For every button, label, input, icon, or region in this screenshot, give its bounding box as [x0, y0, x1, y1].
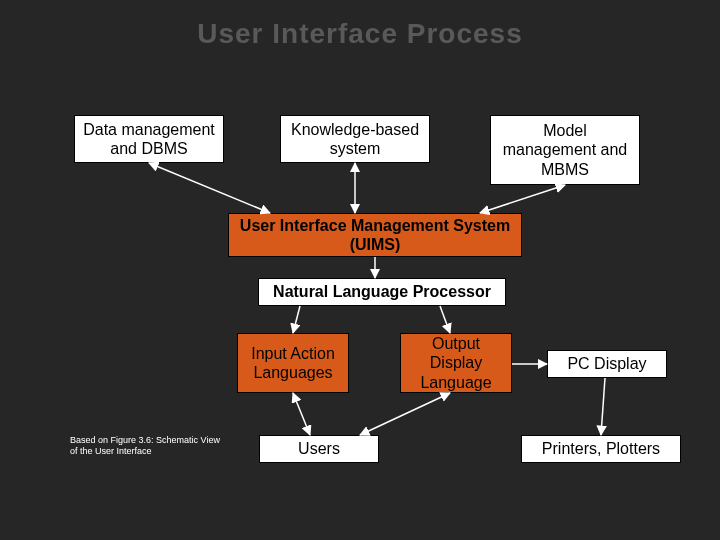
- svg-line-5: [440, 306, 450, 333]
- box-output-lang: Output Display Language: [400, 333, 512, 393]
- svg-line-2: [480, 185, 565, 213]
- box-input-lang: Input Action Languages: [237, 333, 349, 393]
- box-model-mgmt: Model management and MBMS: [490, 115, 640, 185]
- svg-line-8: [360, 393, 450, 435]
- svg-line-0: [149, 163, 270, 213]
- box-printers: Printers, Plotters: [521, 435, 681, 463]
- svg-line-9: [601, 378, 605, 435]
- box-users: Users: [259, 435, 379, 463]
- box-kbs: Knowledge-based system: [280, 115, 430, 163]
- box-data-mgmt: Data management and DBMS: [74, 115, 224, 163]
- figure-caption: Based on Figure 3.6: Schematic View of t…: [70, 435, 220, 457]
- box-uims: User Interface Management System (UIMS): [228, 213, 522, 257]
- slide-title: User Interface Process: [0, 0, 720, 50]
- box-pc-display: PC Display: [547, 350, 667, 378]
- svg-line-7: [293, 393, 310, 435]
- svg-line-4: [293, 306, 300, 333]
- box-nlp: Natural Language Processor: [258, 278, 506, 306]
